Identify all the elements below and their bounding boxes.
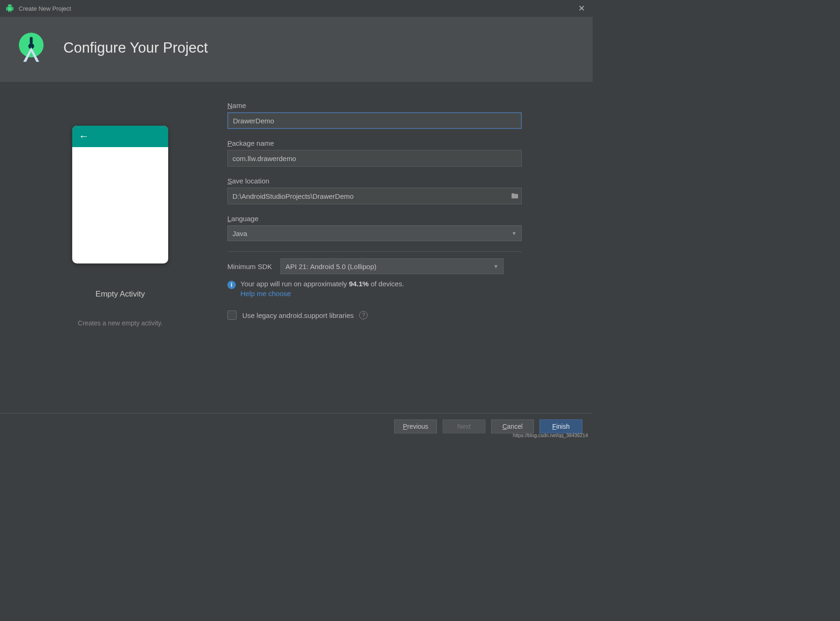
- preview-panel: ← Empty Activity Creates a new empty act…: [13, 101, 227, 327]
- back-arrow-icon: ←: [79, 130, 89, 142]
- sdk-label: Minimum SDK: [227, 263, 272, 270]
- name-label: Name: [227, 101, 580, 109]
- folder-icon[interactable]: [511, 192, 519, 200]
- content-area: ← Empty Activity Creates a new empty act…: [0, 82, 593, 336]
- android-icon: [6, 4, 14, 13]
- sdk-info-row: i Your app will run on approximately 94.…: [227, 280, 580, 297]
- name-input[interactable]: [227, 112, 522, 129]
- help-me-choose-link[interactable]: Help me choose: [240, 290, 291, 297]
- activity-preview: ←: [72, 126, 168, 263]
- info-icon: i: [227, 281, 236, 289]
- sdk-info-text-block: Your app will run on approximately 94.1%…: [240, 280, 404, 297]
- sdk-info-text: Your app will run on approximately 94.1%…: [240, 280, 404, 288]
- next-button: Next: [443, 419, 485, 433]
- legacy-libs-label: Use legacy android.support libraries: [242, 311, 354, 319]
- sdk-select[interactable]: API 21: Android 5.0 (Lollipop) ▼: [280, 258, 504, 274]
- location-label: Save location: [227, 177, 580, 185]
- dialog-header: Configure Your Project: [0, 17, 593, 82]
- watermark: https://blog.csdn.net/qq_38436214: [513, 432, 588, 438]
- dialog-footer: Previous Next Cancel Finish: [0, 413, 593, 439]
- close-icon[interactable]: ✕: [576, 3, 587, 14]
- legacy-libs-checkbox[interactable]: [227, 310, 237, 320]
- language-field-group: Language Java ▼: [227, 215, 580, 241]
- cancel-button[interactable]: Cancel: [491, 419, 534, 433]
- chevron-down-icon: ▼: [512, 230, 517, 236]
- sdk-value: API 21: Android 5.0 (Lollipop): [286, 263, 376, 270]
- previous-button[interactable]: Previous: [394, 419, 437, 433]
- finish-button[interactable]: Finish: [540, 419, 582, 433]
- chevron-down-icon: ▼: [493, 263, 499, 269]
- name-field-group: Name: [227, 101, 580, 129]
- package-field-group: Package name: [227, 139, 580, 167]
- sdk-row: Minimum SDK API 21: Android 5.0 (Lollipo…: [227, 258, 580, 274]
- form-panel: Name Package name Save location Language…: [227, 101, 580, 327]
- help-icon[interactable]: ?: [359, 311, 368, 319]
- legacy-libs-row: Use legacy android.support libraries ?: [227, 310, 580, 320]
- window-title: Create New Project: [19, 5, 576, 12]
- preview-subtitle: Creates a new empty activity.: [78, 319, 163, 327]
- preview-title: Empty Activity: [96, 290, 145, 299]
- package-label: Package name: [227, 139, 580, 147]
- preview-appbar: ←: [72, 126, 168, 147]
- android-studio-logo-icon: [13, 30, 49, 66]
- page-title: Configure Your Project: [63, 40, 208, 56]
- language-label: Language: [227, 215, 580, 223]
- divider: [227, 251, 522, 252]
- svg-rect-1: [30, 37, 33, 44]
- language-value: Java: [232, 230, 247, 237]
- package-input[interactable]: [227, 150, 522, 167]
- language-select[interactable]: Java ▼: [227, 225, 522, 241]
- location-field-group: Save location: [227, 177, 580, 204]
- location-input[interactable]: [227, 188, 522, 204]
- titlebar: Create New Project ✕: [0, 0, 593, 17]
